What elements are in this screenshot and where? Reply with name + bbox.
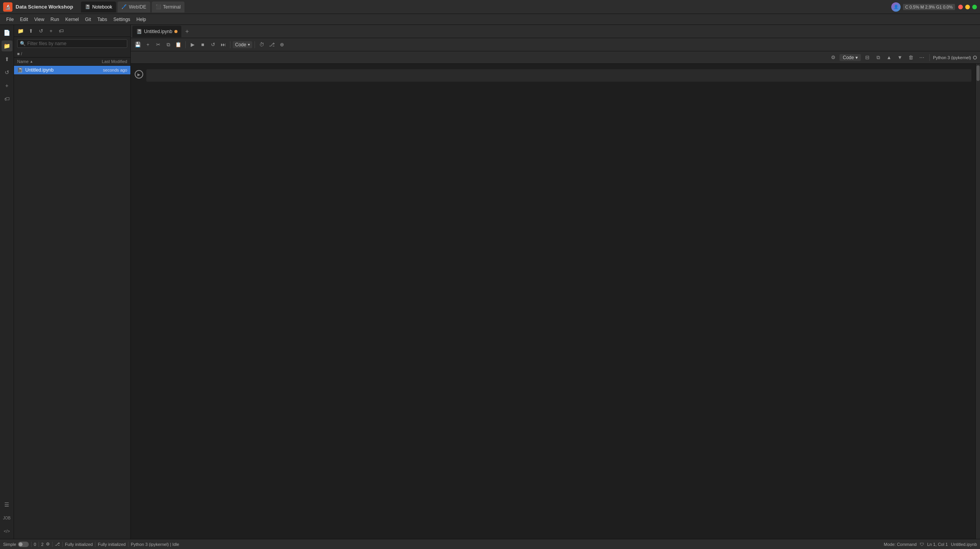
sidebar-icon-upload[interactable]: ⬆ bbox=[2, 54, 12, 65]
nb-cut-btn[interactable]: ✂ bbox=[153, 40, 163, 49]
toolbar-sep-2 bbox=[230, 41, 230, 48]
status-fully-initialized-2: Fully initialized bbox=[98, 542, 126, 547]
kernel-status-circle bbox=[973, 56, 977, 60]
fp-btn-refresh[interactable]: ↺ bbox=[37, 26, 45, 35]
ct-settings-btn[interactable]: ⚙ bbox=[829, 53, 838, 62]
nb-add-cell-btn[interactable]: + bbox=[143, 40, 153, 49]
menu-kernel[interactable]: Kernel bbox=[62, 16, 82, 23]
toolbar-sep-3 bbox=[255, 41, 255, 48]
sys-info: 👤 C 0.5% M 2.9% G1 0.0% bbox=[891, 2, 955, 12]
sidebar-icon-jobs[interactable]: JOB bbox=[2, 512, 12, 523]
ct-move-down-btn[interactable]: ▼ bbox=[895, 53, 904, 62]
cell-toolbar-right: ⚙ Code ▾ ⊟ ⧉ ▲ ▼ 🗑 ⋯ Python 3 (ipykernel… bbox=[131, 51, 980, 64]
nb-stop-btn[interactable]: ■ bbox=[198, 40, 207, 49]
chevron-down-icon: ▾ bbox=[248, 42, 250, 47]
simple-toggle[interactable] bbox=[18, 542, 29, 547]
status-sep-4 bbox=[62, 542, 63, 547]
status-cell-count2: 2 bbox=[41, 542, 44, 547]
minimize-button[interactable] bbox=[965, 5, 970, 9]
window-controls[interactable] bbox=[958, 5, 977, 9]
menu-settings[interactable]: Settings bbox=[110, 16, 133, 23]
notebook-content: ▶ bbox=[131, 64, 975, 539]
nb-tab-icon: 📓 bbox=[136, 29, 142, 34]
nb-tab-label: Untitled.ipynb bbox=[144, 29, 172, 34]
main-area: 📄 📁 ⬆ ↺ + 🏷 ☰ JOB </> 📁 ⬆ ↺ + 🏷 🔍 ■ / Na… bbox=[0, 25, 980, 539]
ct-delete-btn[interactable]: 🗑 bbox=[906, 53, 915, 62]
terminal-tab-icon: ⬛ bbox=[156, 4, 161, 9]
fp-btn-new[interactable]: + bbox=[47, 26, 55, 35]
status-sep-5 bbox=[95, 542, 95, 547]
ct-split-btn[interactable]: ⊟ bbox=[862, 53, 872, 62]
search-input[interactable] bbox=[27, 41, 125, 46]
nb-tab-close[interactable] bbox=[174, 30, 177, 33]
sidebar-icon-tag[interactable]: 🏷 bbox=[2, 93, 12, 104]
file-row[interactable]: 📓 Untitled.ipynb seconds ago bbox=[14, 66, 130, 74]
status-git-icon[interactable]: ⎇ bbox=[55, 542, 60, 547]
status-fully-initialized-1: Fully initialized bbox=[65, 542, 93, 547]
cell-body-1[interactable] bbox=[146, 69, 971, 82]
nb-clock-btn[interactable]: ⏱ bbox=[257, 40, 267, 49]
menu-view[interactable]: View bbox=[31, 16, 47, 23]
scrollbar-thumb[interactable] bbox=[976, 65, 980, 81]
nb-copy-btn[interactable]: ⧉ bbox=[163, 40, 173, 49]
menu-git[interactable]: Git bbox=[82, 16, 94, 23]
notebook-tabbar: 📓 Untitled.ipynb + bbox=[131, 25, 980, 38]
menu-edit[interactable]: Edit bbox=[17, 16, 31, 23]
menu-run[interactable]: Run bbox=[47, 16, 62, 23]
webide-tab-label: WebIDE bbox=[129, 4, 146, 10]
cell-type-select[interactable]: Code ▾ bbox=[233, 41, 252, 48]
ct-cell-type-select[interactable]: Code ▾ bbox=[839, 54, 861, 61]
column-name[interactable]: Name ▲ bbox=[17, 59, 84, 64]
nb-git-btn[interactable]: ⎇ bbox=[267, 40, 277, 49]
nb-tab-untitled[interactable]: 📓 Untitled.ipynb bbox=[132, 26, 181, 37]
status-settings-icon[interactable]: ⚙ bbox=[46, 542, 50, 547]
ct-more-btn[interactable]: ⋯ bbox=[917, 53, 926, 62]
app-title: Data Science Workshop bbox=[16, 4, 73, 10]
kernel-label: Python 3 (ipykernel) bbox=[933, 55, 971, 60]
sidebar-icon-code[interactable]: </> bbox=[2, 526, 12, 537]
ct-copy-btn[interactable]: ⧉ bbox=[873, 53, 883, 62]
title-tab-notebook[interactable]: 📓 Notebook bbox=[81, 2, 116, 12]
toggle-knob bbox=[19, 542, 23, 546]
menu-tabs[interactable]: Tabs bbox=[94, 16, 110, 23]
app-logo: 🔬 bbox=[3, 2, 12, 12]
cell-row-1: ▶ bbox=[131, 68, 975, 83]
cell-run-button-1[interactable]: ▶ bbox=[135, 70, 143, 79]
menu-file[interactable]: File bbox=[3, 16, 17, 23]
terminal-tab-label: Terminal bbox=[163, 4, 181, 10]
file-list: 📓 Untitled.ipynb seconds ago bbox=[14, 66, 130, 539]
sidebar-icon-refresh[interactable]: ↺ bbox=[2, 67, 12, 78]
menu-help[interactable]: Help bbox=[133, 16, 149, 23]
fp-btn-upload[interactable]: ⬆ bbox=[26, 26, 35, 35]
title-tab-webide[interactable]: 🖊️ WebIDE bbox=[118, 2, 150, 12]
nb-restart-btn[interactable]: ↺ bbox=[208, 40, 218, 49]
status-sep-3 bbox=[52, 542, 53, 547]
status-sep-2 bbox=[39, 542, 39, 547]
nb-run-all-btn[interactable]: ⏭ bbox=[218, 40, 228, 49]
avatar: 👤 bbox=[891, 2, 901, 12]
sidebar-icon-filebrowser[interactable]: 📁 bbox=[2, 40, 12, 51]
ct-move-up-btn[interactable]: ▲ bbox=[884, 53, 894, 62]
status-sep-6 bbox=[128, 542, 128, 547]
sort-asc-icon: ▲ bbox=[30, 60, 33, 63]
sidebar-icon-list[interactable]: ☰ bbox=[2, 499, 12, 510]
status-cell-count: 0 bbox=[34, 542, 36, 547]
nb-run-btn[interactable]: ▶ bbox=[188, 40, 197, 49]
notebook-toolbar: 💾 + ✂ ⧉ 📋 ▶ ■ ↺ ⏭ Code ▾ ⏱ ⎇ ⊕ bbox=[131, 38, 980, 51]
sidebar-icon-files[interactable]: 📄 bbox=[2, 27, 12, 38]
notebook-scrollbar[interactable] bbox=[975, 64, 980, 539]
title-tab-terminal[interactable]: ⬛ Terminal bbox=[152, 2, 184, 12]
maximize-button[interactable] bbox=[972, 5, 977, 9]
status-kernel-idle: Python 3 (ipykernel) | Idle bbox=[131, 542, 179, 547]
nb-tab-add[interactable]: + bbox=[183, 27, 191, 36]
sidebar-icon-add[interactable]: + bbox=[2, 80, 12, 91]
fp-btn-tag[interactable]: 🏷 bbox=[57, 26, 65, 35]
nb-share-btn[interactable]: ⊕ bbox=[277, 40, 287, 49]
status-simple-toggle: Simple bbox=[3, 542, 29, 547]
webide-tab-icon: 🖊️ bbox=[121, 4, 127, 9]
file-icon-notebook: 📓 bbox=[17, 67, 23, 73]
fp-btn-folder[interactable]: 📁 bbox=[16, 26, 25, 35]
nb-paste-btn[interactable]: 📋 bbox=[174, 40, 183, 49]
close-button[interactable] bbox=[958, 5, 963, 9]
nb-save-btn[interactable]: 💾 bbox=[133, 40, 142, 49]
